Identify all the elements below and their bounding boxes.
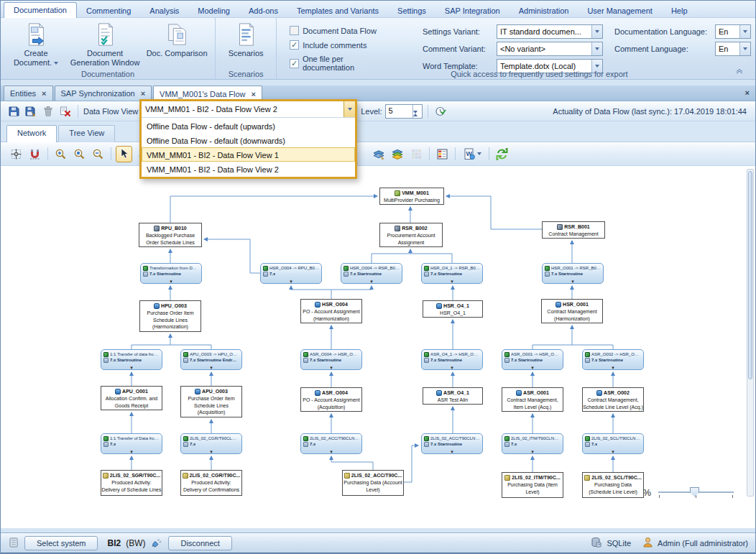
transformation-node[interactable]: 1:1 Transfer of Data from 2LIS...7.x▾	[101, 433, 162, 454]
save-edit-icon[interactable]	[24, 104, 38, 119]
flow-node-asr-o004[interactable]: ASR_O004PO - Account Assignment(Acquisit…	[300, 387, 362, 412]
combobox-settings-variant[interactable]: IT standard documen...	[497, 24, 603, 39]
close-tab-icon[interactable]: ×	[141, 89, 145, 98]
combobox-dropdown-button[interactable]	[591, 25, 602, 38]
transformation-node[interactable]: 2LIS_02_ITM/T90CLNT090 ->...7.x▾	[502, 433, 563, 454]
transformation-node[interactable]: Transformation from DSO HP...7.x Startro…	[140, 263, 202, 284]
view-tab-network[interactable]: Network	[6, 125, 57, 142]
checkbox-include-comments[interactable]: ✓Include comments	[290, 40, 395, 50]
flow-node-asr-o002[interactable]: ASR_O002Contract Management,Schedule Lin…	[582, 387, 644, 412]
ribbon-tab-user-management[interactable]: User Management	[578, 4, 662, 17]
flow-node-asr-o001[interactable]: ASR_O001Contract Management,Item Level (…	[502, 387, 563, 412]
close-tab-icon[interactable]: ×	[252, 90, 256, 98]
expand-caret-icon[interactable]: ▾	[583, 449, 643, 454]
ribbon-tab-sap-integration[interactable]: SAP Integration	[435, 4, 510, 17]
zoom-slider[interactable]	[658, 486, 734, 498]
flow-node-apu-o003[interactable]: APU_O003Purchase Order ItemSchedule Line…	[180, 386, 242, 417]
transformation-node[interactable]: ASR_O4_1 -> HSR_O4_17.x Startroutine▾	[421, 349, 483, 370]
flow-node-2lis-02-scl[interactable]: 2LIS_02_SCL/T90C...Purchasing Data(Sched…	[582, 472, 644, 498]
transformation-node[interactable]: ASR_O001 -> HSR_O0017.x Startroutine▾	[502, 349, 563, 370]
expand-caret-icon[interactable]: ▾	[502, 449, 563, 454]
flow-node-2lis-02-itm[interactable]: 2LIS_02_ITM/T90C...Purchasing Data (Item…	[502, 472, 563, 498]
expand-caret-icon[interactable]: ▾	[141, 279, 201, 284]
pixel-grid-icon[interactable]	[408, 146, 425, 162]
document-tab-entities[interactable]: Entities×	[4, 86, 53, 101]
expand-caret-icon[interactable]: ▾	[181, 365, 241, 370]
flow-node-hsr-o4-1[interactable]: HSR_O4_1HSR_O4_1	[423, 300, 483, 318]
history-check-icon[interactable]	[433, 104, 448, 119]
ribbon-tab-commenting[interactable]: Commenting	[77, 4, 140, 17]
checkbox-document-data-flow[interactable]: Document Data Flow	[290, 26, 395, 35]
zoom-in-icon[interactable]	[52, 146, 69, 162]
combobox-dropdown-button[interactable]	[344, 101, 355, 117]
refresh-icon[interactable]	[494, 146, 510, 162]
transformation-node[interactable]: 2LIS_02_CGR/T90CLNT090 ->...7.x▾	[180, 433, 242, 454]
disconnect-button[interactable]: Disconnect	[168, 536, 231, 550]
expand-caret-icon[interactable]: ▾	[101, 365, 162, 370]
flow-node-rsr-b002[interactable]: RSR_B002Procurement AccountAssignment	[379, 223, 443, 247]
flow-node-asr-o4-1[interactable]: ASR_O4_1ASR Test Alin	[423, 387, 483, 405]
panel-list-icon[interactable]	[8, 537, 19, 550]
ribbon-tab-documentation[interactable]: Documentation	[4, 2, 77, 18]
data-flow-view-combobox[interactable]: VMM_MM01 - BI2 - Data Flow View 2	[142, 101, 355, 118]
scenarios-button[interactable]: Scenarios	[220, 20, 272, 58]
transformation-node[interactable]: HSR_O004 -> RPU_B0107.x▾	[260, 263, 322, 284]
flow-node-2lis-02-cgr[interactable]: 2LIS_02_CGR/T90C...Produced Activity:Del…	[180, 470, 242, 496]
flow-node-vmm-m001[interactable]: VMM_M001MultiProvider Purchasing	[379, 188, 444, 205]
layers-edit-icon[interactable]	[371, 146, 387, 162]
flow-node-2lis-02-acc[interactable]: 2LIS_02_ACC/T90C...Purchasing Data (Acco…	[342, 470, 404, 496]
slider-thumb[interactable]	[690, 487, 699, 497]
expand-caret-icon[interactable]: ▾	[301, 449, 361, 454]
transformation-node[interactable]: 1:1 Transfer of data from APU...7.x Star…	[101, 349, 162, 370]
transformation-node[interactable]: HSR_O004 -> RSR_B0027.x Startroutine▾	[341, 263, 402, 284]
select-system-button[interactable]: Select system	[24, 536, 98, 550]
transformation-node[interactable]: ASR_O004 -> HSR_O0047.x Startroutine▾	[300, 349, 362, 370]
data-flow-canvas[interactable]: 70% VMM_M001MultiProvider PurchasingRPU_…	[1, 166, 755, 528]
expand-caret-icon[interactable]: ▾	[502, 365, 563, 370]
ribbon-tab-analysis[interactable]: Analysis	[140, 4, 188, 17]
ribbon-tab-add-ons[interactable]: Add-ons	[239, 4, 287, 17]
flow-node-apu-o001[interactable]: APU_O001Allocation Confirm. andGoods Rec…	[101, 386, 162, 410]
ribbon-tab-templates-and-variants[interactable]: Templates and Variants	[287, 4, 388, 17]
dropdown-item[interactable]: Offline Data Flow - default (downwards)	[142, 133, 355, 147]
transformation-node[interactable]: 2LIS_02_ACC/T90CLNT090 ->...7.x▾	[300, 433, 362, 454]
expand-caret-icon[interactable]: ▾	[422, 449, 482, 454]
word-export-icon[interactable]: W	[460, 146, 484, 162]
combobox-comment-variant[interactable]: <No variant>	[497, 42, 603, 56]
transformation-node[interactable]: APU_O003 -> HPU_O0037.x Startroutine End…	[180, 349, 242, 370]
delete-view-icon[interactable]	[58, 104, 73, 119]
close-tab-icon[interactable]: ×	[42, 89, 46, 98]
doc-comparison-button[interactable]: Doc. Comparison	[143, 20, 211, 58]
expand-caret-icon[interactable]: ▾	[341, 279, 402, 284]
expand-caret-icon[interactable]: ▾	[543, 279, 603, 284]
combobox-documentation-language[interactable]: En	[715, 24, 751, 39]
combobox-dropdown-button[interactable]	[591, 42, 602, 55]
ribbon-tab-settings[interactable]: Settings	[388, 4, 435, 17]
flow-node-hsr-o001[interactable]: HSR_O001Contract Management(Harmonizatio…	[541, 299, 603, 323]
transformation-node[interactable]: 2LIS_02_ACC/T90CLNT090 ->...7.x Startrou…	[421, 433, 483, 454]
dropdown-item[interactable]: Offline Data Flow - default (upwards)	[142, 119, 355, 133]
delete-icon[interactable]	[41, 104, 55, 119]
view-tab-tree-view[interactable]: Tree View	[58, 125, 115, 142]
transformation-node[interactable]: ASR_O002 -> HSR_O0017.x Startroutine▾	[582, 349, 644, 370]
save-icon[interactable]	[6, 104, 21, 119]
document-generation-window-button[interactable]: Document Generation Window	[69, 20, 141, 68]
align-grid-icon[interactable]	[8, 146, 24, 162]
level-spinner[interactable]: 5	[385, 104, 423, 119]
combobox-dropdown-button[interactable]	[739, 25, 750, 38]
ribbon-tab-modeling[interactable]: Modeling	[188, 4, 239, 17]
select-cursor-icon[interactable]	[116, 146, 132, 162]
legend-icon[interactable]	[434, 146, 451, 162]
zoom-out-icon[interactable]	[90, 146, 106, 162]
expand-caret-icon[interactable]: ▾	[261, 279, 321, 284]
flow-node-2lis-02-sgr[interactable]: 2LIS_02_SGR/T90C...Produced Activity:Del…	[101, 470, 162, 496]
expand-caret-icon[interactable]: ▾	[301, 365, 361, 370]
ribbon-tab-help[interactable]: Help	[662, 4, 697, 17]
zoom-fit-icon[interactable]	[71, 146, 88, 162]
dropdown-item[interactable]: VMM_MM01 - BI2 - Data Flow View 2	[142, 162, 355, 176]
flow-node-rsr-b001[interactable]: RSR_B001Contract Management	[542, 221, 605, 239]
expand-caret-icon[interactable]: ▾	[583, 365, 643, 370]
transformation-node[interactable]: HSR_O4_1 -> RSR_B0027.x Startroutine▾	[421, 263, 483, 284]
dropdown-item[interactable]: VMM_MM01 - BI2 - Data Flow View 1	[142, 147, 355, 162]
expand-caret-icon[interactable]: ▾	[181, 449, 241, 454]
